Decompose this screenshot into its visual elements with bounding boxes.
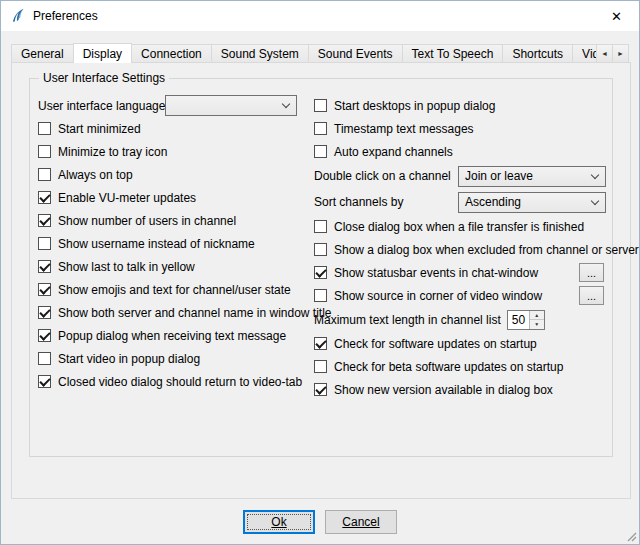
tab[interactable]: Display <box>73 43 132 63</box>
titlebar: Preferences ✕ <box>1 1 639 31</box>
tab-label: Connection <box>141 47 202 61</box>
checkbox[interactable] <box>38 306 51 319</box>
checkbox-label: Show number of users in channel <box>58 214 236 228</box>
checkbox-label: Show source in corner of video window <box>334 289 542 303</box>
tab-label: Sound Events <box>318 47 393 61</box>
sort-channels-row: Sort channels by Ascending <box>314 189 606 215</box>
checkbox-row[interactable]: Start minimized <box>38 117 310 140</box>
checkbox-label: Show both server and channel name in win… <box>58 306 332 320</box>
spin-down-button[interactable]: ▼ <box>530 320 544 329</box>
sort-channels-dropdown[interactable]: Ascending <box>458 192 606 213</box>
checkbox[interactable] <box>38 145 51 158</box>
checkbox[interactable] <box>314 383 327 396</box>
checkbox-row[interactable]: Closed video dialog should return to vid… <box>38 370 310 393</box>
chevron-down-icon <box>591 196 599 204</box>
checkbox-row[interactable]: Always on top <box>38 163 310 186</box>
checkbox-label: Show new version available in dialog box <box>334 383 553 397</box>
checkbox[interactable] <box>314 99 327 112</box>
checkbox[interactable] <box>38 191 51 204</box>
right-checkbox-list-bottom: Check for software updates on startup Ch… <box>314 332 606 401</box>
double-click-row: Double click on a channel Join or leave <box>314 163 606 189</box>
checkbox[interactable] <box>38 260 51 273</box>
checkbox-row[interactable]: Minimize to tray icon <box>38 140 310 163</box>
right-checkbox-list-mid: Close dialog box when a file transfer is… <box>314 215 606 307</box>
checkbox-row[interactable]: Auto expand channels <box>314 140 606 163</box>
spinner-arrows: ▲ ▼ <box>529 311 544 329</box>
checkbox-label: Enable VU-meter updates <box>58 191 196 205</box>
checkbox[interactable] <box>38 122 51 135</box>
checkbox-row[interactable]: Popup dialog when receiving text message <box>38 324 310 347</box>
cancel-button[interactable]: Cancel <box>325 510 397 534</box>
tab[interactable]: Shortcuts <box>502 44 573 63</box>
more-button[interactable]: ... <box>579 286 604 305</box>
checkbox[interactable] <box>314 122 327 135</box>
tab-label: Sound System <box>221 47 299 61</box>
checkbox[interactable] <box>38 168 51 181</box>
checkbox-row[interactable]: Show source in corner of video window ..… <box>314 284 606 307</box>
checkbox[interactable] <box>38 352 51 365</box>
checkbox[interactable] <box>38 237 51 250</box>
checkbox-label: Start video in popup dialog <box>58 352 200 366</box>
tab-scroll-left-button[interactable]: ◄ <box>596 44 613 63</box>
checkbox[interactable] <box>314 337 327 350</box>
close-button[interactable]: ✕ <box>594 1 639 31</box>
max-text-length-spinner[interactable]: 50 ▲ ▼ <box>507 310 545 330</box>
left-column: User interface language Start minimized <box>38 94 310 393</box>
checkbox-row[interactable]: Start desktops in popup dialog <box>314 94 606 117</box>
checkbox-row[interactable]: Show a dialog box when excluded from cha… <box>314 238 606 261</box>
language-dropdown[interactable] <box>165 95 297 116</box>
checkbox[interactable] <box>38 329 51 342</box>
close-icon: ✕ <box>611 9 622 24</box>
window-title: Preferences <box>33 9 594 23</box>
tab[interactable]: Connection <box>131 44 212 63</box>
app-icon <box>10 8 26 24</box>
checkbox-row[interactable]: Show last to talk in yellow <box>38 255 310 278</box>
tab[interactable]: General <box>11 44 74 63</box>
checkbox-row[interactable]: Show statusbar events in chat-window ... <box>314 261 606 284</box>
checkbox-row[interactable]: Enable VU-meter updates <box>38 186 310 209</box>
left-checkbox-list: Start minimized Minimize to tray icon Al… <box>38 117 310 393</box>
checkbox[interactable] <box>314 145 327 158</box>
checkbox-label: Popup dialog when receiving text message <box>58 329 286 343</box>
max-text-length-value: 50 <box>508 311 529 329</box>
resize-grip[interactable] <box>624 529 637 542</box>
tab-pane: User Interface Settings User interface l… <box>11 62 631 499</box>
spin-up-button[interactable]: ▲ <box>530 311 544 321</box>
checkbox[interactable] <box>38 214 51 227</box>
checkbox[interactable] <box>38 283 51 296</box>
tab[interactable]: Text To Speech <box>402 44 504 63</box>
checkbox-row[interactable]: Timestamp text messages <box>314 117 606 140</box>
checkbox-row[interactable]: Show both server and channel name in win… <box>38 301 310 324</box>
tab-scroller: ◄ ► <box>597 44 629 63</box>
checkbox-row[interactable]: Show username instead of nickname <box>38 232 310 255</box>
checkbox-row[interactable]: Check for beta software updates on start… <box>314 355 606 378</box>
checkbox-row[interactable]: Show new version available in dialog box <box>314 378 606 401</box>
checkbox[interactable] <box>314 266 327 279</box>
more-button[interactable]: ... <box>579 263 604 282</box>
arrow-up-icon: ▲ <box>534 312 539 318</box>
tab-label: Shortcuts <box>512 47 563 61</box>
checkbox-label: Show emojis and text for channel/user st… <box>58 283 291 297</box>
tab[interactable]: Sound System <box>211 44 309 63</box>
checkbox-row[interactable]: Check for software updates on startup <box>314 332 606 355</box>
double-click-dropdown[interactable]: Join or leave <box>458 166 606 187</box>
checkbox-label: Auto expand channels <box>334 145 453 159</box>
checkbox-label: Start desktops in popup dialog <box>334 99 495 113</box>
tab-label: Display <box>83 47 122 61</box>
checkbox[interactable] <box>314 360 327 373</box>
checkbox[interactable] <box>314 289 327 302</box>
checkbox-row[interactable]: Close dialog box when a file transfer is… <box>314 215 606 238</box>
checkbox-row[interactable]: Start video in popup dialog <box>38 347 310 370</box>
checkbox[interactable] <box>38 375 51 388</box>
ok-button[interactable]: Ok <box>243 510 315 534</box>
language-row: User interface language <box>38 94 310 117</box>
checkbox-row[interactable]: Show emojis and text for channel/user st… <box>38 278 310 301</box>
checkbox-label: Timestamp text messages <box>334 122 474 136</box>
tab[interactable]: Sound Events <box>308 44 403 63</box>
tab-scroll-right-button[interactable]: ► <box>612 44 629 63</box>
checkbox[interactable] <box>314 243 327 256</box>
checkbox-row[interactable]: Show number of users in channel <box>38 209 310 232</box>
language-label: User interface language <box>38 99 165 113</box>
tab-label: General <box>21 47 64 61</box>
checkbox[interactable] <box>314 220 327 233</box>
